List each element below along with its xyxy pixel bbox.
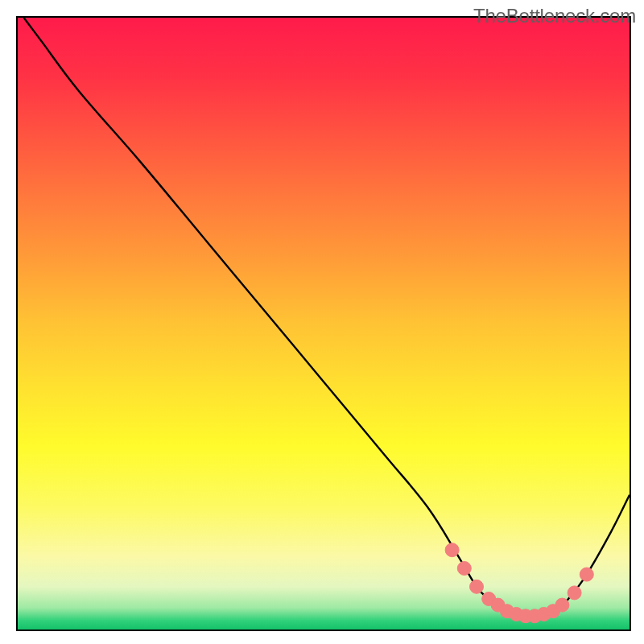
gradient-background bbox=[18, 18, 630, 630]
highlight-marker bbox=[555, 598, 569, 612]
highlight-marker bbox=[445, 543, 459, 557]
highlight-marker bbox=[457, 562, 471, 576]
chart-frame: TheBottleneck.com bbox=[0, 0, 644, 644]
highlight-marker bbox=[568, 586, 581, 600]
plot-area bbox=[16, 16, 631, 631]
chart-svg bbox=[18, 18, 630, 630]
highlight-marker bbox=[470, 580, 484, 593]
highlight-marker bbox=[580, 568, 593, 581]
watermark-text: TheBottleneck.com bbox=[473, 5, 636, 27]
